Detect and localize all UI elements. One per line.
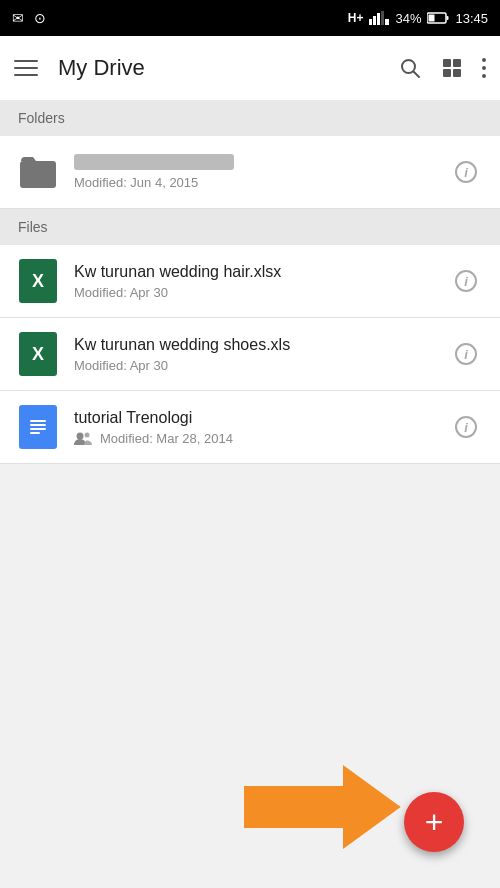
status-bar: ✉ ⊙ H+ 34% 13:45 [0,0,500,36]
xlsx-file-icon: X [19,259,57,303]
file-details-1: Kw turunan wedding hair.xlsx Modified: A… [74,263,448,300]
folder-name-blurred [74,154,234,170]
files-section-header: Files [0,209,500,245]
svg-point-18 [77,433,84,440]
file-info-button-3[interactable]: i [448,409,484,445]
svg-rect-11 [453,59,461,67]
grid-view-icon[interactable] [440,56,464,80]
shared-icon [74,431,92,445]
file-meta-2: Modified: Apr 30 [74,358,448,373]
svg-rect-7 [429,15,435,22]
xlsx-icon-container-1: X [16,259,60,303]
info-icon: i [455,343,477,365]
signal-bars-icon [369,11,389,25]
file-info-button-2[interactable]: i [448,336,484,372]
battery-icon [427,12,449,24]
folder-icon [19,155,57,189]
svg-rect-4 [385,19,389,25]
folder-icon-container [16,150,60,194]
svg-rect-0 [369,19,372,25]
folders-section-header: Folders [0,100,500,136]
svg-rect-14 [30,420,46,422]
file-item[interactable]: tutorial Trenologi Modified: Mar 28, 201… [0,391,500,464]
arrow-annotation [244,762,404,852]
page-title: My Drive [58,55,386,81]
status-bar-right: H+ 34% 13:45 [348,11,488,26]
search-icon[interactable] [398,56,422,80]
file-meta-3: Modified: Mar 28, 2014 [74,431,448,446]
add-button[interactable]: + [404,792,464,852]
info-icon: i [455,161,477,183]
svg-rect-15 [30,424,46,426]
add-icon: + [425,804,444,841]
svg-rect-6 [447,16,449,20]
docs-lines-icon [27,416,49,438]
time-display: 13:45 [455,11,488,26]
menu-button[interactable] [14,60,38,76]
svg-rect-1 [373,16,376,25]
msg-icon: ✉ [12,10,24,26]
svg-line-9 [414,72,420,78]
svg-rect-16 [30,428,46,430]
svg-rect-12 [443,69,451,77]
svg-point-19 [85,433,90,438]
more-options-icon[interactable] [482,58,486,78]
folder-meta: Modified: Jun 4, 2015 [74,175,448,190]
xlsx-file-icon: X [19,332,57,376]
xlsx-icon-container-2: X [16,332,60,376]
file-name-1: Kw turunan wedding hair.xlsx [74,263,448,281]
file-name-3: tutorial Trenologi [74,409,448,427]
battery-percent: 34% [395,11,421,26]
folder-details: Modified: Jun 4, 2015 [74,154,448,190]
folder-item[interactable]: Modified: Jun 4, 2015 i [0,136,500,209]
docs-file-icon [19,405,57,449]
app-bar: My Drive [0,36,500,100]
folder-info-button[interactable]: i [448,154,484,190]
docs-icon-container [16,405,60,449]
svg-rect-17 [30,432,40,434]
info-icon: i [455,416,477,438]
svg-rect-10 [443,59,451,67]
status-bar-left: ✉ ⊙ [12,10,46,26]
file-meta-1: Modified: Apr 30 [74,285,448,300]
wifi-icon: ⊙ [34,10,46,26]
svg-rect-2 [377,13,380,25]
svg-rect-13 [453,69,461,77]
svg-marker-20 [244,767,399,847]
app-bar-actions [398,56,486,80]
file-item[interactable]: X Kw turunan wedding hair.xlsx Modified:… [0,245,500,318]
file-item[interactable]: X Kw turunan wedding shoes.xls Modified:… [0,318,500,391]
network-icon: H+ [348,11,364,25]
file-details-3: tutorial Trenologi Modified: Mar 28, 201… [74,409,448,446]
file-details-2: Kw turunan wedding shoes.xls Modified: A… [74,336,448,373]
file-info-button-1[interactable]: i [448,263,484,299]
svg-rect-3 [381,11,384,25]
file-name-2: Kw turunan wedding shoes.xls [74,336,448,354]
info-icon: i [455,270,477,292]
